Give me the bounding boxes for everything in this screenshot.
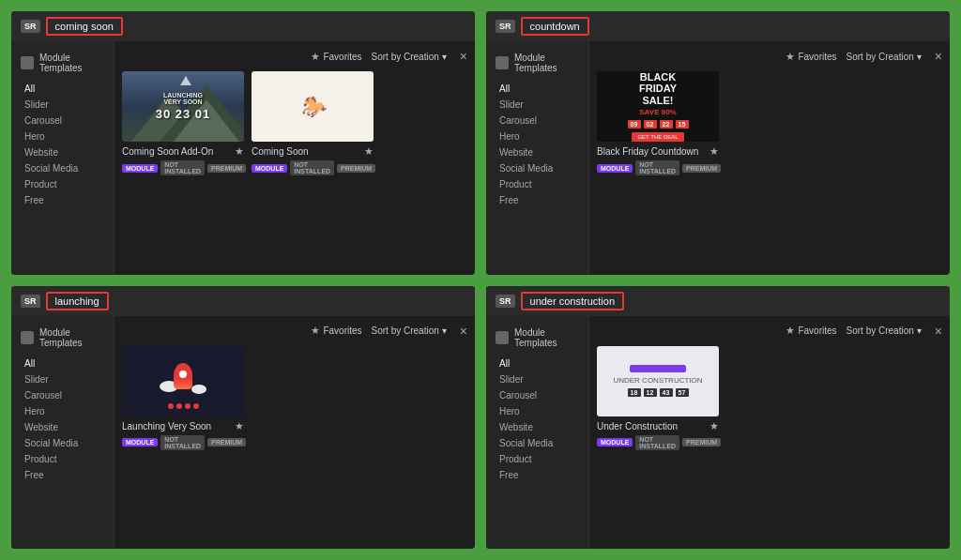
sidebar-item-website-4[interactable]: Website	[486, 419, 588, 435]
thumb-uc: UNDER CONSTRUCTION 18 12 43 57	[597, 346, 719, 416]
sidebar-item-hero-1[interactable]: Hero	[11, 129, 114, 144]
badges-2: MODULE NOT INSTALLED PREMIUM	[252, 160, 374, 175]
template-card-uc[interactable]: UNDER CONSTRUCTION 18 12 43 57 Under Con…	[597, 346, 719, 450]
fav-star-1[interactable]: ★	[235, 145, 244, 158]
content-area-4: ★ Favorites Sort by Creation ▾ × UNDER C…	[589, 316, 950, 550]
template-name-2: Coming Soon	[252, 146, 309, 157]
dot-4	[193, 403, 199, 409]
fav-star-2[interactable]: ★	[364, 145, 374, 158]
template-name-1: Coming Soon Add-On	[122, 146, 213, 157]
module-templates-icon-4	[496, 331, 509, 344]
badge-premium-launch: PREMIUM	[207, 438, 246, 446]
uc-num-1: 18	[628, 388, 641, 397]
panel-header-4: SR under construction	[486, 286, 950, 316]
sort-btn-1[interactable]: Sort by Creation ▾	[372, 52, 447, 62]
cs1-overlay: LAUNCHINGVERY SOON 30 23 01	[122, 71, 244, 142]
sidebar-item-slider-1[interactable]: Slider	[11, 97, 114, 113]
sidebar-header-4: Module Templates	[486, 324, 588, 356]
bf-num-4: 15	[676, 120, 689, 129]
badge-notinstalled-launch: NOT INSTALLED	[160, 435, 205, 450]
badge-premium-uc: PREMIUM	[682, 438, 721, 446]
badge-premium-bf: PREMIUM	[682, 164, 721, 173]
sidebar-item-social-3[interactable]: Social Media	[11, 435, 114, 451]
sidebar-item-all-2[interactable]: All	[486, 81, 588, 97]
sidebar-item-website-2[interactable]: Website	[486, 144, 588, 160]
sidebar-item-slider-2[interactable]: Slider	[486, 97, 588, 113]
sidebar-title-3: Module Templates	[39, 327, 104, 348]
sidebar-item-product-4[interactable]: Product	[486, 451, 588, 467]
favorites-btn-1[interactable]: ★ Favorites	[311, 51, 361, 63]
sidebar-title-1: Module Templates	[39, 53, 104, 73]
sidebar-item-free-1[interactable]: Free	[11, 192, 114, 208]
sidebar-item-all-1[interactable]: All	[11, 81, 114, 97]
sidebar-4: Module Templates All Slider Carousel Her…	[486, 316, 589, 550]
template-card-coming-soon-addon[interactable]: LAUNCHINGVERY SOON 30 23 01 Coming Soon …	[122, 71, 244, 175]
panel-countdown: SR countdown Module Templates All Slider…	[486, 11, 950, 275]
sidebar-item-slider-3[interactable]: Slider	[11, 371, 114, 387]
sidebar-item-website-1[interactable]: Website	[11, 144, 114, 160]
sort-btn-2[interactable]: Sort by Creation ▾	[847, 52, 922, 62]
rocket-wrap	[160, 353, 206, 400]
close-btn-2[interactable]: ×	[935, 49, 942, 64]
sidebar-item-social-4[interactable]: Social Media	[486, 435, 588, 451]
sidebar-item-carousel-4[interactable]: Carousel	[486, 387, 588, 403]
bf-num-3: 22	[660, 120, 673, 129]
sidebar-item-all-4[interactable]: All	[486, 356, 588, 371]
sidebar-item-free-3[interactable]: Free	[11, 467, 114, 483]
favorites-btn-2[interactable]: ★ Favorites	[786, 51, 836, 63]
panel-under-construction: SR under construction Module Templates A…	[486, 286, 950, 550]
sidebar-item-product-3[interactable]: Product	[11, 451, 114, 467]
cs1-countdown: 30 23 01	[156, 107, 211, 121]
favorites-btn-4[interactable]: ★ Favorites	[786, 325, 836, 337]
template-name-row-1: Coming Soon Add-On ★	[122, 145, 244, 158]
sidebar-header-3: Module Templates	[11, 324, 114, 356]
sidebar-item-website-3[interactable]: Website	[11, 419, 114, 435]
sidebar-item-hero-2[interactable]: Hero	[486, 129, 588, 144]
template-name-row-uc: Under Construction ★	[597, 420, 719, 432]
favorites-btn-3[interactable]: ★ Favorites	[311, 325, 361, 337]
module-templates-icon-2	[496, 56, 509, 69]
sidebar-item-carousel-2[interactable]: Carousel	[486, 113, 588, 129]
close-btn-3[interactable]: ×	[460, 324, 467, 339]
badge-premium-2: PREMIUM	[337, 164, 375, 173]
badges-launch: MODULE NOT INSTALLED PREMIUM	[122, 435, 244, 450]
bf-save: SAVE 80%	[639, 108, 676, 116]
sr-badge-1: SR	[21, 20, 40, 33]
fav-star-bf[interactable]: ★	[709, 145, 719, 158]
sidebar-item-carousel-3[interactable]: Carousel	[11, 387, 114, 403]
badge-notinstalled-2: NOT INSTALLED	[290, 160, 334, 175]
close-btn-4[interactable]: ×	[935, 324, 942, 339]
fav-star-launch[interactable]: ★	[235, 420, 244, 432]
sidebar-item-hero-3[interactable]: Hero	[11, 403, 114, 419]
sidebar-item-free-2[interactable]: Free	[486, 192, 588, 208]
sidebar-title-4: Module Templates	[514, 327, 579, 348]
badge-module-1: MODULE	[122, 164, 158, 173]
sidebar-item-slider-4[interactable]: Slider	[486, 371, 588, 387]
toolbar-2: ★ Favorites Sort by Creation ▾ ×	[597, 49, 942, 64]
sidebar-item-carousel-1[interactable]: Carousel	[11, 113, 114, 129]
sidebar-item-social-2[interactable]: Social Media	[486, 160, 588, 176]
bf-sale: BLACKFRIDAYSALE! SAVE 80% 09 02 22 15 GE…	[597, 71, 719, 142]
fav-star-uc[interactable]: ★	[709, 420, 719, 432]
close-btn-1[interactable]: ×	[460, 49, 467, 64]
template-card-launching[interactable]: Launching Very Soon ★ MODULE NOT INSTALL…	[122, 346, 244, 450]
templates-grid-1: LAUNCHINGVERY SOON 30 23 01 Coming Soon …	[122, 71, 467, 175]
chevron-icon-2: ▾	[917, 52, 922, 62]
content-area-2: ★ Favorites Sort by Creation ▾ × BLACKFR…	[589, 41, 950, 275]
badges-bf: MODULE NOT INSTALLED PREMIUM	[597, 160, 719, 175]
sort-btn-3[interactable]: Sort by Creation ▾	[372, 325, 447, 336]
search-tag-1: coming soon	[46, 17, 123, 36]
sidebar-item-product-1[interactable]: Product	[11, 176, 114, 192]
panel-coming-soon: SR coming soon Module Templates All Slid…	[11, 11, 475, 275]
template-card-blackfriday[interactable]: BLACKFRIDAYSALE! SAVE 80% 09 02 22 15 GE…	[597, 71, 719, 175]
sort-btn-4[interactable]: Sort by Creation ▾	[847, 325, 922, 336]
template-card-coming-soon[interactable]: 🐎 Coming Soon ★ MODULE NOT INSTALLED PRE…	[252, 71, 374, 175]
sidebar-item-hero-4[interactable]: Hero	[486, 403, 588, 419]
sidebar-item-product-2[interactable]: Product	[486, 176, 588, 192]
sidebar-nav-3: All Slider Carousel Hero Website Social …	[11, 356, 114, 483]
sidebar-item-social-1[interactable]: Social Media	[11, 160, 114, 176]
sidebar-item-all-3[interactable]: All	[11, 356, 114, 371]
uc-num-4: 57	[676, 388, 689, 397]
sidebar-item-free-4[interactable]: Free	[486, 467, 588, 483]
rocket-body	[174, 363, 192, 389]
